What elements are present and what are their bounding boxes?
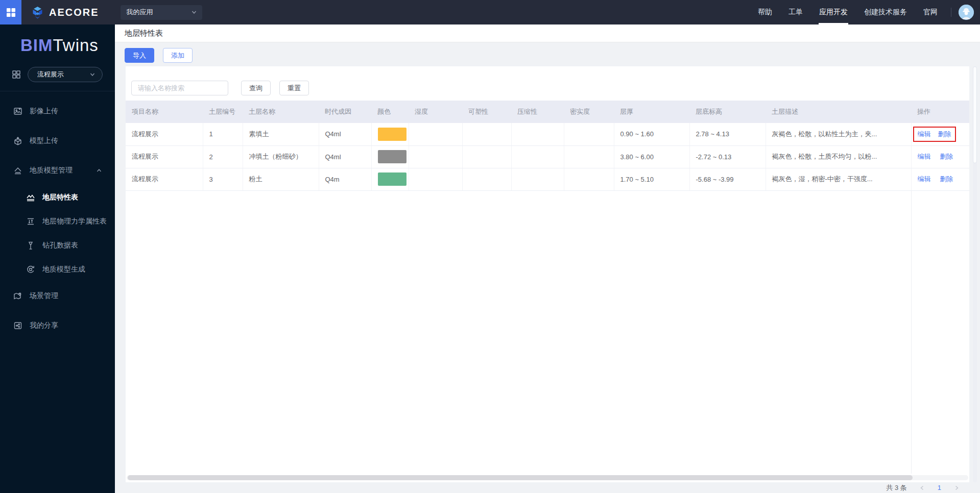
nav-create-tech-service[interactable]: 创建技术服务	[856, 0, 915, 24]
sidebar: BIMTwins 流程展示 影像上传	[0, 24, 115, 493]
table-card: 查询 重置 项目名称 土层编号 土层名称 时代成因 颜色 湿度 可塑性	[126, 66, 969, 482]
sidebar-item-scene-manage[interactable]: 场景管理	[0, 281, 115, 311]
sidebar-item-strata-table[interactable]: 地层特性表	[0, 185, 115, 209]
delete-link[interactable]: 删除	[940, 175, 953, 183]
cell-humidity	[409, 145, 462, 168]
cell-density	[564, 123, 614, 145]
cell-plasticity	[462, 168, 511, 190]
edit-link[interactable]: 编辑	[918, 175, 931, 183]
chevron-right-icon[interactable]	[953, 485, 960, 491]
cell-era: Q4ml	[319, 123, 371, 145]
cell-project: 流程展示	[126, 168, 203, 190]
aecore-cube-icon	[31, 6, 44, 19]
edit-link[interactable]: 编辑	[918, 130, 931, 139]
color-swatch	[378, 172, 407, 186]
sidebar-group-geology-model[interactable]: 地质模型管理	[0, 156, 115, 185]
cell-layer-name: 冲填土（粉细砂）	[243, 145, 319, 168]
cell-color	[371, 168, 409, 190]
page-title: 地层特性表	[125, 29, 163, 38]
sidebar-item-drill-table[interactable]: 钻孔数据表	[0, 233, 115, 257]
table-header: 项目名称 土层编号 土层名称 时代成因 颜色 湿度 可塑性 压缩性 密实度 层厚…	[126, 101, 969, 123]
scene-map-icon	[13, 291, 23, 301]
model-generate-icon	[26, 264, 36, 275]
cell-operations: 编辑 删除	[911, 168, 969, 190]
cell-project: 流程展示	[126, 145, 203, 168]
drill-data-icon	[26, 240, 36, 251]
color-swatch	[378, 150, 407, 163]
logo-bim-text: BIM	[20, 36, 53, 55]
cell-plasticity	[462, 145, 511, 168]
title-bar: 地层特性表	[115, 24, 980, 42]
model-upload-icon	[13, 136, 23, 146]
table-row: 流程展示 3 粉土 Q4m 1.70 ~ 5.10 -5.68 ~ -3.99 …	[126, 168, 969, 190]
cell-thickness: 0.90 ~ 1.60	[614, 123, 689, 145]
chevron-down-icon	[89, 71, 95, 78]
sidebar-item-label: 地层特性表	[42, 193, 78, 202]
engineer-avatar-icon	[959, 5, 974, 20]
pagination: 共 3 条 1	[886, 482, 960, 493]
horizontal-scrollbar[interactable]	[127, 475, 968, 480]
cell-era: Q4m	[319, 168, 371, 190]
logo-twins-text: Twins	[53, 36, 99, 55]
delete-link[interactable]: 删除	[940, 153, 953, 160]
sidebar-item-label: 模型上传	[30, 136, 58, 145]
col-compressibility: 压缩性	[511, 101, 564, 123]
cell-description: 灰褐色，松散，以粘性土为主，夹...	[766, 123, 911, 145]
nav-official-site[interactable]: 官网	[915, 0, 946, 24]
sidebar-item-model-upload[interactable]: 模型上传	[0, 126, 115, 156]
table-row: 流程展示 1 素填土 Q4ml 0.90 ~ 1.60 2.78 ~ 4.13 …	[126, 123, 969, 145]
table-row: 流程展示 2 冲填土（粉细砂） Q4ml 3.80 ~ 6.00 -2.72 ~…	[126, 145, 969, 168]
sidebar-item-model-generate[interactable]: 地质模型生成	[0, 257, 115, 281]
cell-project: 流程展示	[126, 123, 203, 145]
query-button[interactable]: 查询	[241, 81, 271, 95]
color-swatch	[378, 128, 407, 141]
edit-link[interactable]: 编辑	[918, 153, 931, 160]
import-button[interactable]: 导入	[125, 48, 154, 63]
apps-menu-button[interactable]	[0, 0, 21, 24]
vertical-scrollbar[interactable]	[973, 66, 977, 482]
cell-bottom-elevation: -5.68 ~ -3.99	[689, 168, 766, 190]
sidebar-item-label: 地层物理力学属性表	[42, 217, 107, 226]
pagination-page-1[interactable]: 1	[938, 484, 941, 491]
col-description: 土层描述	[766, 101, 911, 123]
nav-work-order[interactable]: 工单	[780, 0, 811, 24]
nav-help[interactable]: 帮助	[750, 0, 780, 24]
vertical-scrollbar-thumb[interactable]	[973, 66, 977, 163]
sidebar-item-label: 我的分享	[30, 321, 58, 330]
cell-era: Q4ml	[319, 145, 371, 168]
user-avatar[interactable]	[959, 5, 974, 20]
nav-app-dev[interactable]: 应用开发	[811, 0, 856, 24]
horizontal-scrollbar-thumb[interactable]	[128, 475, 913, 480]
delete-link[interactable]: 删除	[938, 130, 951, 139]
chevron-left-icon[interactable]	[919, 485, 925, 491]
project-grid-icon[interactable]	[11, 69, 21, 80]
app-select-dropdown[interactable]: 我的应用	[121, 5, 202, 20]
cell-layer-no: 3	[203, 168, 243, 190]
search-input[interactable]	[131, 81, 228, 95]
sidebar-item-label: 场景管理	[30, 291, 58, 301]
brand-name: AECORE	[49, 7, 99, 18]
col-layer-name: 土层名称	[243, 101, 319, 123]
bimtwins-logo: BIMTwins	[0, 24, 115, 66]
col-humidity: 湿度	[409, 101, 462, 123]
cell-bottom-elevation: 2.78 ~ 4.13	[689, 123, 766, 145]
col-layer-no: 土层编号	[203, 101, 243, 123]
cell-humidity	[409, 168, 462, 190]
cell-description: 褐灰色，湿，稍密-中密，干强度...	[766, 168, 911, 190]
cell-compressibility	[511, 123, 564, 145]
sidebar-item-physics-table[interactable]: 地层物理力学属性表	[0, 209, 115, 233]
cell-plasticity	[462, 123, 511, 145]
sidebar-item-image-upload[interactable]: 影像上传	[0, 96, 115, 126]
cell-color	[371, 145, 409, 168]
sidebar-item-my-share[interactable]: 我的分享	[0, 311, 115, 340]
topbar-divider	[951, 8, 951, 17]
reset-button[interactable]: 重置	[279, 81, 309, 95]
strata-table: 项目名称 土层编号 土层名称 时代成因 颜色 湿度 可塑性 压缩性 密实度 层厚…	[126, 101, 969, 191]
project-select-dropdown[interactable]: 流程展示	[28, 67, 103, 82]
cell-layer-no: 2	[203, 145, 243, 168]
sidebar-item-label: 影像上传	[30, 107, 58, 116]
add-button[interactable]: 添加	[163, 48, 193, 63]
pagination-total: 共 3 条	[886, 483, 906, 492]
cell-compressibility	[511, 145, 564, 168]
sidebar-item-label: 地质模型管理	[30, 166, 73, 175]
